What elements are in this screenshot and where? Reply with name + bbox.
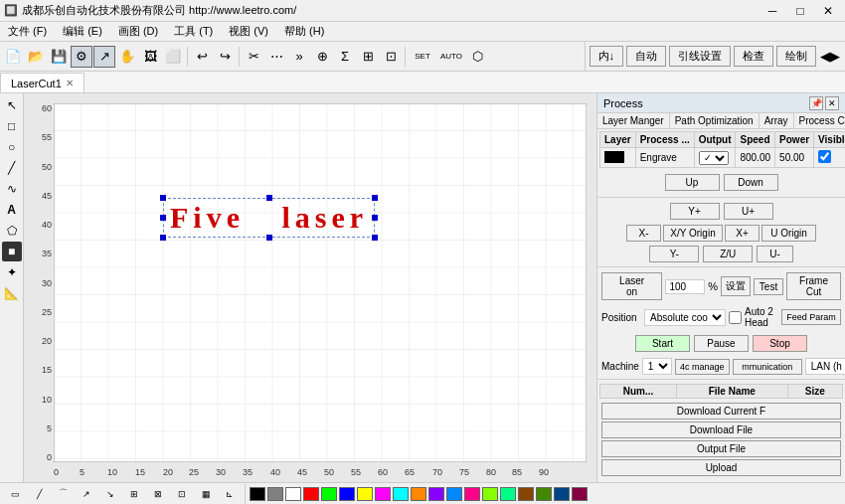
bottom-btn-1[interactable]: ▭: [4, 483, 26, 505]
text-selection-container[interactable]: Five laser: [163, 198, 375, 238]
extra-button[interactable]: ⬡: [466, 46, 488, 68]
y-plus-button[interactable]: Y+: [670, 203, 720, 220]
handle-bl[interactable]: [160, 235, 166, 241]
xy-origin-button[interactable]: X/Y Origin: [663, 225, 723, 242]
auto2head-check[interactable]: [729, 311, 742, 324]
new-button[interactable]: 📄: [2, 46, 24, 68]
bottom-btn-2[interactable]: ╱: [28, 483, 50, 505]
menu-file[interactable]: 文件 (F): [0, 22, 55, 41]
color-green[interactable]: [321, 487, 337, 501]
color-gray[interactable]: [267, 487, 283, 501]
color-white[interactable]: [285, 487, 301, 501]
color-teal[interactable]: [500, 487, 516, 501]
output-file-button[interactable]: Output File: [601, 440, 841, 457]
settings-button[interactable]: ⚙: [71, 46, 92, 68]
maximize-button[interactable]: □: [787, 2, 813, 20]
mode-lead[interactable]: 引线设置: [669, 46, 731, 67]
menu-view[interactable]: 视图 (V): [221, 22, 276, 41]
line-tool[interactable]: ╱: [2, 158, 22, 178]
color-blue2[interactable]: [446, 487, 462, 501]
color-maroon[interactable]: [572, 487, 588, 501]
auto-button[interactable]: AUTO: [437, 46, 465, 68]
frame-cut-button[interactable]: Frame Cut: [786, 272, 841, 300]
handle-tr[interactable]: [372, 195, 378, 201]
canvas-background[interactable]: Five laser: [54, 103, 587, 462]
x-minus-button[interactable]: X-: [626, 225, 661, 242]
communication-button[interactable]: mmunication: [733, 359, 802, 375]
pointer-tool[interactable]: ↖: [2, 95, 22, 115]
color-navy[interactable]: [554, 487, 570, 501]
bottom-btn-4[interactable]: ↗: [76, 483, 97, 505]
upload-button[interactable]: Upload: [601, 459, 841, 476]
ptab-array[interactable]: Array: [760, 113, 794, 128]
import-button[interactable]: 🖼: [139, 46, 161, 68]
download-current-button[interactable]: Download Current F: [601, 403, 841, 420]
bottom-btn-8[interactable]: ⊡: [171, 483, 193, 505]
mode-draw[interactable]: 绘制: [776, 46, 816, 67]
more2-button[interactable]: »: [288, 46, 310, 68]
measure-tool[interactable]: 📐: [2, 283, 22, 303]
menu-draw[interactable]: 画图 (D): [110, 22, 166, 41]
feed-param-button[interactable]: Feed Param: [781, 309, 841, 325]
machine-select[interactable]: 1: [642, 358, 672, 375]
cut-button[interactable]: ✂: [243, 46, 264, 68]
bottom-btn-7[interactable]: ⊠: [147, 483, 169, 505]
table-row[interactable]: Engrave ✓ 800.00 50.00: [600, 148, 846, 168]
test-button[interactable]: Test: [754, 278, 783, 295]
start-button[interactable]: Start: [635, 335, 690, 352]
menu-help[interactable]: 帮助 (H): [276, 22, 332, 41]
handle-ml[interactable]: [160, 215, 166, 221]
color-brown[interactable]: [518, 487, 534, 501]
hand-button[interactable]: ✋: [116, 46, 138, 68]
select-button[interactable]: ↗: [93, 46, 115, 68]
node-tool[interactable]: ✦: [2, 262, 22, 282]
mode-check[interactable]: 检查: [734, 46, 773, 67]
fill-tool[interactable]: ■: [2, 242, 22, 261]
more1-button[interactable]: ⋯: [265, 46, 287, 68]
text-tool[interactable]: A: [2, 200, 22, 220]
circle-tool[interactable]: ○: [2, 137, 22, 157]
handle-mr[interactable]: [372, 215, 378, 221]
laser-power-input[interactable]: [665, 279, 705, 294]
redo-button[interactable]: ↪: [214, 46, 236, 68]
u-plus-button[interactable]: U+: [724, 203, 773, 220]
u-origin-button[interactable]: U Origin: [761, 225, 816, 242]
array-button[interactable]: ⊡: [380, 46, 402, 68]
y-minus-button[interactable]: Y-: [649, 246, 699, 262]
tab-close[interactable]: ✕: [66, 78, 74, 88]
color-purple[interactable]: [428, 487, 444, 501]
grid-button[interactable]: ⊞: [357, 46, 379, 68]
handle-tm[interactable]: [266, 195, 272, 201]
ptab-layer[interactable]: Layer Manger: [597, 113, 670, 128]
output-cell[interactable]: ✓: [694, 148, 736, 168]
save-button[interactable]: 💾: [48, 46, 70, 68]
laser-on-button[interactable]: Laser on: [601, 272, 662, 300]
visible-cell[interactable]: [814, 148, 845, 168]
menu-tool[interactable]: 工具 (T): [166, 22, 221, 41]
color-black[interactable]: [250, 487, 265, 501]
center-button[interactable]: ⊕: [311, 46, 333, 68]
curve-tool[interactable]: ∿: [2, 179, 22, 199]
handle-bm[interactable]: [266, 235, 272, 241]
position-type-select[interactable]: Absolute coo: [644, 309, 726, 326]
color-blue[interactable]: [339, 487, 355, 501]
ptab-process[interactable]: Process CFG: [794, 113, 845, 128]
u-minus-button[interactable]: U-: [757, 246, 793, 262]
color-yellow[interactable]: [357, 487, 373, 501]
ptab-path[interactable]: Path Optimization: [670, 113, 760, 128]
color-orange[interactable]: [411, 487, 426, 501]
bottom-btn-10[interactable]: ⊾: [219, 483, 241, 505]
panel-close-btn[interactable]: ✕: [825, 96, 839, 110]
panel-pin[interactable]: 📌: [809, 96, 823, 110]
menu-edit[interactable]: 编辑 (E): [55, 22, 110, 41]
set-button[interactable]: SET: [409, 46, 436, 68]
visible-check[interactable]: [818, 150, 831, 163]
x-plus-button[interactable]: X+: [725, 225, 760, 242]
lan-select[interactable]: LAN (h: [805, 358, 845, 375]
rect-tool[interactable]: □: [2, 116, 22, 136]
output-select[interactable]: ✓: [699, 151, 729, 165]
stop-button[interactable]: Stop: [753, 335, 807, 352]
handle-tl[interactable]: [160, 195, 166, 201]
color-lime[interactable]: [482, 487, 498, 501]
z-u-button[interactable]: Z/U: [703, 246, 753, 262]
